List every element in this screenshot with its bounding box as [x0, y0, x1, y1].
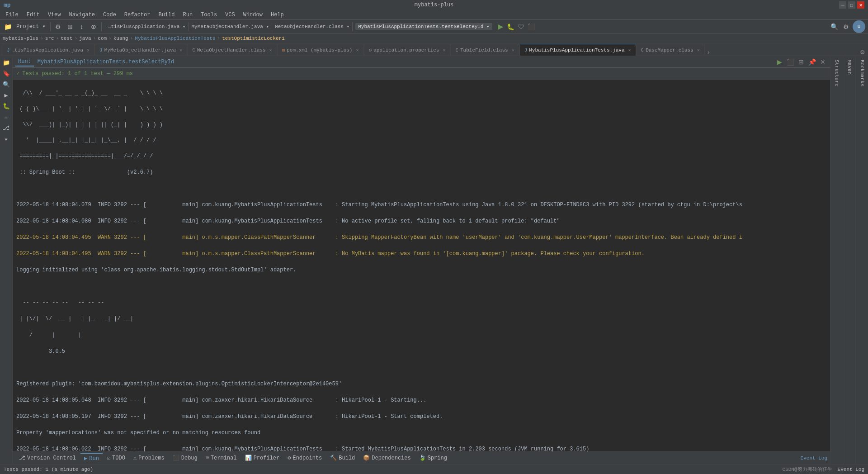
tab-icon-6: J — [524, 47, 528, 53]
ascii-line-2: ( ( )\___ | '_ | '_| | '_ \/ _` | \ \ \ … — [16, 105, 826, 113]
file-tab-1[interactable]: J MyMetaObjectHandler.java ✕ — [94, 44, 187, 56]
tab-settings[interactable]: ⚙ — [857, 49, 868, 56]
breadcrumb-test[interactable]: test — [61, 36, 72, 41]
file-tab-3[interactable]: m pom.xml (mybatis-plus) ✕ — [277, 44, 364, 56]
tab-close-7[interactable]: ✕ — [697, 47, 700, 53]
breadcrumb-kuang[interactable]: kuang — [113, 36, 128, 41]
sidebar-bookmark-icon[interactable]: 🔖 — [1, 69, 11, 79]
hikari-2: 2022-05-18 14:08:05.197 INFO 3292 --- [ … — [16, 412, 826, 421]
breadcrumb-com[interactable]: com — [98, 36, 107, 41]
coverage-button[interactable]: 🛡 — [517, 22, 526, 31]
toolbar-sync[interactable]: ↕ — [77, 22, 87, 32]
event-log-status[interactable]: Event Log — [838, 467, 864, 472]
file-tab-5[interactable]: C TableField.class ✕ — [450, 44, 519, 56]
tab-close-6[interactable]: ✕ — [628, 47, 631, 53]
user-avatar[interactable]: U — [853, 20, 865, 33]
bottom-tab-todo[interactable]: ☑ TODO — [104, 453, 129, 463]
sidebar-structure-icon[interactable]: ≡ — [1, 112, 11, 122]
bottom-tab-version-control[interactable]: ⎇ Version Control — [15, 453, 80, 463]
structure-panel[interactable]: Structure — [830, 56, 843, 464]
restore-layout-button[interactable]: ⊞ — [797, 57, 806, 66]
debug-button[interactable]: 🐛 — [506, 22, 515, 31]
close-button[interactable]: ✕ — [857, 1, 864, 9]
pin-button[interactable]: 📌 — [807, 57, 816, 66]
build-icon: 🔨 — [330, 455, 337, 461]
breadcrumb-java[interactable]: java — [79, 36, 91, 41]
run-config[interactable]: MyMetaObjectHandler.java ▾ — [192, 24, 269, 29]
menu-navigate[interactable]: Navigate — [65, 11, 99, 19]
bottom-tab-run[interactable]: ▶ Run — [80, 453, 103, 463]
more-tabs-button[interactable]: › — [705, 48, 712, 56]
config-selector[interactable]: …tisPlusApplication.java ▾ — [108, 24, 186, 29]
bottom-tab-profiler[interactable]: 📊 Profiler — [241, 453, 283, 463]
breadcrumb-project[interactable]: mybatis-plus — [3, 36, 38, 41]
tab-close-5[interactable]: ✕ — [512, 47, 514, 53]
tab-close-3[interactable]: ✕ — [356, 47, 359, 53]
bottom-tab-dependencies[interactable]: 📦 Dependencies — [359, 453, 414, 463]
settings-button[interactable]: ⚙ — [841, 22, 851, 32]
sidebar-git-icon[interactable]: ⎇ — [1, 123, 11, 133]
breadcrumb-src[interactable]: src — [45, 36, 54, 41]
breadcrumb-method[interactable]: testOptimisticLocker1 — [222, 36, 285, 41]
close-run-panel[interactable]: ✕ — [818, 57, 827, 66]
breadcrumb-class[interactable]: MybatisPlusApplicationTests — [135, 36, 215, 41]
bottom-tab-debug[interactable]: ⬛ Debug — [169, 453, 201, 463]
menu-tools[interactable]: Tools — [197, 11, 221, 19]
terminal-icon: ⌨ — [206, 455, 209, 461]
menu-vcs[interactable]: VCS — [222, 11, 239, 19]
menu-build[interactable]: Build — [155, 11, 178, 19]
class-selector[interactable]: MetaObjectHandler.class ▾ — [275, 24, 349, 29]
mybatis-art-1: -- -- -- -- -- -- -- -- — [16, 299, 826, 307]
menu-code[interactable]: Code — [99, 11, 120, 19]
maximize-button[interactable]: □ — [848, 1, 855, 9]
tab-icon-0: J — [7, 47, 10, 53]
status-bar: Tests passed: 1 (a minute ago) CSDN@努力搬砖… — [0, 464, 868, 474]
stop-run-button[interactable]: ⬛ — [786, 57, 795, 66]
toolbar-layout[interactable]: ⊞ — [65, 22, 75, 32]
menu-refactor[interactable]: Refactor — [121, 11, 154, 19]
tab-close-1[interactable]: ✕ — [179, 47, 182, 53]
maven-panel[interactable]: Maven — [843, 56, 855, 464]
run-tab[interactable]: Run: — [15, 57, 34, 66]
file-tab-6[interactable]: J MybatisPlusApplicationTests.java ✕ — [519, 44, 636, 56]
bottom-tab-problems[interactable]: ⚠ Problems — [130, 453, 168, 463]
test-config-dropdown[interactable]: MybatisPlusApplicationTests.testSelectBy… — [355, 23, 492, 30]
file-tab-4[interactable]: ⚙ application.properties ✕ — [364, 44, 451, 56]
stop-button[interactable]: ⬛ — [527, 22, 536, 31]
sidebar-debug-icon[interactable]: 🐛 — [1, 101, 11, 111]
tab-close-2[interactable]: ✕ — [269, 47, 272, 53]
bookmarks-panel[interactable]: Bookmarks — [855, 56, 868, 464]
sidebar-find-icon[interactable]: 🔍 — [1, 80, 11, 90]
profiler-label: Profiler — [254, 455, 280, 461]
bottom-tab-terminal[interactable]: ⌨ Terminal — [202, 453, 241, 463]
sidebar-favorites-icon[interactable]: ★ — [1, 134, 11, 144]
file-tab-2[interactable]: C MetaObjectHandler.class ✕ — [187, 44, 277, 56]
menu-window[interactable]: Window — [240, 11, 266, 19]
bottom-tab-build[interactable]: 🔨 Build — [326, 453, 359, 463]
endpoints-label: Endpoints — [292, 455, 322, 461]
menu-view[interactable]: View — [44, 11, 65, 19]
menu-file[interactable]: File — [2, 11, 22, 19]
toolbar-expand[interactable]: ⊕ — [89, 22, 99, 32]
project-dropdown[interactable]: 📁 — [3, 22, 13, 32]
toolbar-settings[interactable]: ⚙ — [53, 22, 63, 32]
sidebar-run-icon[interactable]: ▶ — [1, 90, 11, 100]
bottom-tab-endpoints[interactable]: ⚙ Endpoints — [284, 453, 326, 463]
menu-run[interactable]: Run — [179, 11, 196, 19]
event-log-link[interactable]: Event Log — [801, 455, 827, 461]
sidebar-project-icon[interactable]: 📁 — [1, 58, 11, 68]
menu-help[interactable]: Help — [267, 11, 288, 19]
tab-close-4[interactable]: ✕ — [443, 47, 445, 53]
tab-close-0[interactable]: ✕ — [87, 47, 90, 53]
search-everywhere[interactable]: 🔍 — [829, 22, 839, 32]
registered-plugin: Registered plugin: 'com.baomidou.mybatis… — [16, 380, 826, 388]
breadcrumb-row: mybatis-plus › src › test › java › com ›… — [0, 33, 868, 43]
file-tab-7[interactable]: C BaseMapper.class ✕ — [636, 44, 705, 56]
minimize-button[interactable]: ─ — [839, 1, 846, 9]
bottom-tab-spring[interactable]: 🍃 Spring — [415, 453, 451, 463]
rerun-button[interactable]: ▶ — [775, 57, 784, 66]
file-tab-0[interactable]: J …tisPlusApplication.java ✕ — [2, 44, 94, 56]
menu-edit[interactable]: Edit — [23, 11, 43, 19]
console-output[interactable]: /\\ / ___'_ __ _ _(_)_ __ __ _ \ \ \ \ (… — [13, 80, 830, 451]
run-button[interactable]: ▶ — [496, 22, 505, 31]
